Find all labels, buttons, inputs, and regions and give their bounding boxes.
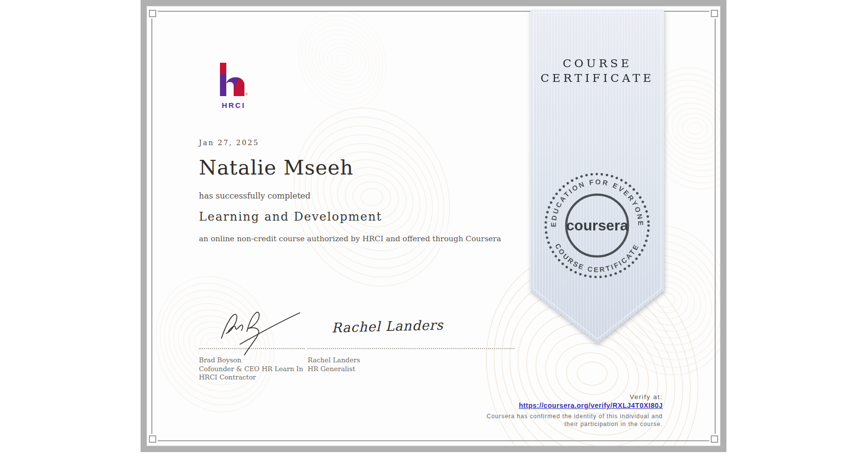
hrci-h-icon: ® — [220, 63, 247, 96]
signatory-title: HRCI Contractor — [199, 373, 303, 382]
hrci-wordmark: HRCI — [214, 101, 253, 109]
seal-arc-bottom-text: COURSE CERTIFICATE — [554, 242, 641, 274]
coursera-seal: • EDUCATION FOR EVERYONE • COURSE CERTIF… — [541, 170, 653, 281]
certificate: ® HRCI Jan 27, 2025 Natalie Mseeh has su… — [141, 0, 726, 452]
rachel-signature: Rachel Landers — [332, 317, 444, 335]
course-title: Learning and Development — [199, 210, 382, 224]
brad-signature-scribble — [217, 307, 302, 356]
signatory-name: Rachel Landers — [308, 356, 360, 365]
corner-ornament — [711, 435, 718, 443]
signatory-name: Brad Boyson — [199, 356, 303, 365]
recipient-name: Natalie Mseeh — [199, 156, 354, 179]
course-certificate-ribbon: COURSE CERTIFICATE • EDUCATION FOR EVERY… — [530, 10, 664, 343]
signatory-block: Rachel Landers HR Generalist — [308, 356, 360, 373]
ribbon-title: COURSE CERTIFICATE — [530, 56, 664, 85]
corner-ornament — [149, 435, 156, 443]
signatory-title: Cofounder & CEO HR Learn In — [199, 365, 303, 374]
coursera-wordmark: coursera — [566, 217, 628, 233]
verify-note: Coursera has confirmed the identity of t… — [487, 413, 663, 428]
verify-link[interactable]: https://coursera.org/verify/RXLJ4T0XI80J — [519, 402, 663, 409]
registered-mark: ® — [245, 92, 247, 96]
svg-text:COURSE CERTIFICATE: COURSE CERTIFICATE — [554, 242, 641, 274]
signatory-block: Brad Boyson Cofounder & CEO HR Learn In … — [199, 356, 303, 382]
verify-label: Verify at: — [487, 393, 663, 401]
course-byline: an online non-credit course authorized b… — [199, 234, 501, 243]
signatory-title: HR Generalist — [308, 365, 360, 374]
corner-ornament — [149, 10, 156, 17]
signature-line — [308, 348, 514, 349]
issue-date: Jan 27, 2025 — [199, 139, 259, 147]
completion-text: has successfully completed — [199, 191, 311, 201]
hrci-logo: ® HRCI — [214, 63, 253, 109]
corner-ornament — [711, 10, 718, 17]
verify-block: Verify at: https://coursera.org/verify/R… — [487, 393, 663, 428]
